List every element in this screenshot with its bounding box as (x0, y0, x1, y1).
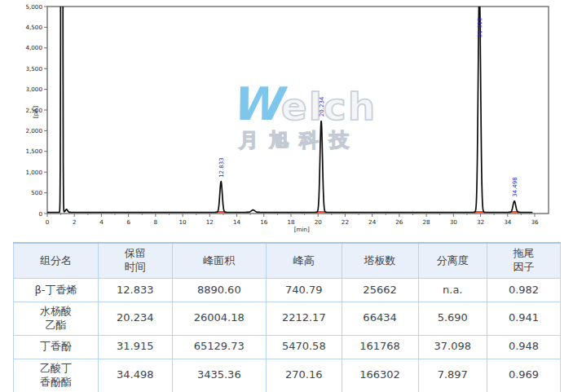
y-tick-label: 5,000 (25, 3, 42, 11)
x-tick-label: 6 (126, 218, 130, 226)
y-tick-label: 1,500 (25, 148, 42, 155)
table-row: β-丁香烯12.8338890.60740.7925662n.a.0.982 (14, 279, 561, 302)
x-axis: 024681012141618202224262830323436[min] (46, 214, 539, 233)
x-tick-label: 8 (154, 218, 158, 226)
peak-retention-label: 34.498 (512, 177, 518, 197)
y-tick-label: 1,000 (25, 169, 42, 176)
y-tick-label: 3,000 (25, 86, 42, 93)
x-tick-label: 36 (531, 218, 539, 226)
signal-trace (47, 0, 532, 212)
column-header-0: 组分名 (14, 243, 99, 279)
peak-retention-label: 31.915 (477, 18, 483, 38)
value-cell: 740.79 (266, 279, 342, 302)
value-cell: n.a. (418, 279, 487, 302)
y-tick-label: 4,500 (25, 24, 42, 31)
x-tick-label: 22 (342, 218, 349, 226)
value-cell: 2212.17 (266, 302, 342, 336)
x-tick-label: 26 (395, 218, 403, 226)
peak-results-table: 组分名保留 时间峰面积峰高塔板数分离度拖尾 因子 β-丁香烯12.8338890… (13, 242, 561, 392)
value-cell: 12.833 (99, 279, 173, 302)
y-tick-label: 2,000 (25, 127, 42, 134)
value-cell: 0.941 (487, 302, 561, 336)
peak-labels: 12.83320.23431.91534.498 (218, 18, 518, 197)
value-cell: 34.498 (99, 359, 173, 392)
y-axis-title: [pA] (32, 106, 39, 118)
y-tick-label: 500 (31, 189, 42, 196)
column-header-3: 峰高 (266, 243, 342, 279)
value-cell: 3435.36 (172, 359, 266, 392)
peak-retention-label: 20.234 (319, 96, 325, 117)
chromatogram-panel: Welch 月旭科技 05001,0001,5002,0002,5003,000… (0, 0, 573, 238)
value-cell: 66434 (342, 302, 418, 336)
value-cell: 20.234 (99, 302, 173, 336)
column-header-6: 拖尾 因子 (487, 243, 561, 279)
plot-frame (47, 7, 549, 214)
x-tick-label: 12 (206, 218, 214, 226)
peak-retention-label: 12.833 (218, 157, 225, 178)
x-tick-label: 32 (477, 218, 484, 226)
table-row: 乙酸丁 香酚酯34.4983435.36270.161663027.8970.9… (14, 359, 561, 392)
x-tick-label: 10 (179, 218, 187, 226)
y-axis: 05001,0001,5002,0002,5003,0003,5004,0004… (25, 3, 47, 218)
value-cell: 5.690 (418, 302, 487, 336)
component-name-cell: 乙酸丁 香酚酯 (14, 359, 99, 392)
x-tick-label: 20 (315, 218, 323, 226)
peak-table-header: 组分名保留 时间峰面积峰高塔板数分离度拖尾 因子 (14, 243, 561, 279)
x-tick-label: 2 (73, 218, 77, 226)
value-cell: 0.982 (487, 279, 561, 302)
y-tick-label: 0 (38, 210, 42, 218)
x-axis-title: [min] (294, 226, 310, 233)
value-cell: 25662 (342, 279, 418, 302)
x-tick-label: 24 (368, 218, 377, 226)
x-tick-label: 14 (233, 218, 241, 226)
x-tick-label: 16 (260, 218, 268, 226)
value-cell: 8890.60 (172, 279, 266, 302)
chromatogram-plot: 05001,0001,5002,0002,5003,0003,5004,0004… (0, 0, 573, 238)
value-cell: 7.897 (418, 359, 487, 392)
value-cell: 0.948 (487, 335, 561, 359)
value-cell: 0.969 (487, 359, 561, 392)
x-tick-label: 28 (423, 218, 431, 226)
value-cell: 31.915 (99, 335, 173, 359)
table-row: 水杨酸 乙酯20.23426004.182212.17664345.6900.9… (14, 302, 561, 336)
component-name-cell: 水杨酸 乙酯 (14, 302, 99, 336)
x-tick-label: 4 (99, 218, 104, 226)
chromatography-report: Welch 月旭科技 05001,0001,5002,0002,5003,000… (0, 0, 573, 392)
x-tick-label: 0 (46, 218, 50, 226)
y-tick-label: 4,000 (25, 44, 42, 51)
column-header-5: 分离度 (418, 243, 487, 279)
value-cell: 26004.18 (172, 302, 266, 336)
component-name-cell: 丁香酚 (14, 335, 99, 359)
column-header-2: 峰面积 (172, 243, 266, 279)
table-row: 丁香酚31.91565129.735470.5816176837.0980.94… (14, 335, 561, 359)
x-tick-label: 18 (287, 218, 295, 226)
value-cell: 166302 (342, 359, 418, 392)
x-tick-label: 30 (450, 218, 458, 226)
value-cell: 65129.73 (172, 335, 266, 359)
y-tick-label: 3,500 (25, 65, 42, 73)
x-tick-label: 34 (504, 218, 512, 226)
value-cell: 37.098 (418, 335, 487, 359)
value-cell: 270.16 (266, 359, 342, 392)
component-name-cell: β-丁香烯 (14, 279, 99, 302)
column-header-4: 塔板数 (342, 243, 418, 279)
column-header-1: 保留 时间 (99, 243, 173, 279)
value-cell: 5470.58 (266, 335, 342, 359)
value-cell: 161768 (342, 335, 418, 359)
